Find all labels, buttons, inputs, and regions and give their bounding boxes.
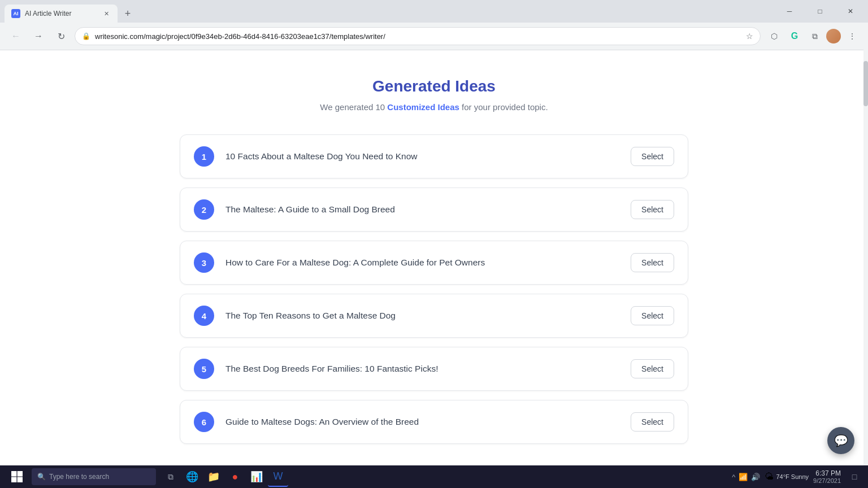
subtitle-highlight: Customized Ideas — [387, 102, 459, 112]
refresh-button[interactable]: ↻ — [52, 27, 70, 45]
word-app[interactable]: W — [268, 467, 288, 487]
select-button[interactable]: Select — [631, 359, 674, 378]
idea-text: 10 Facts About a Maltese Dog You Need to… — [225, 151, 619, 162]
bookmark-icon[interactable]: ☆ — [746, 32, 753, 41]
new-tab-button[interactable]: + — [120, 6, 136, 21]
active-tab[interactable]: AI AI Article Writer ✕ — [5, 5, 118, 23]
toolbar-icons: ⬡ G ⧉ ⋮ — [765, 27, 861, 45]
select-button[interactable]: Select — [631, 200, 674, 219]
chat-icon: 💬 — [834, 434, 848, 447]
weather-icon: 🌤 — [765, 472, 774, 482]
network-icon[interactable]: 📶 — [739, 473, 748, 481]
close-button[interactable]: ✕ — [837, 2, 863, 20]
idea-text: The Best Dog Breeds For Families: 10 Fan… — [225, 364, 619, 374]
taskbar-time[interactable]: 6:37 PM 9/27/2021 — [813, 469, 841, 484]
ideas-container: 110 Facts About a Maltese Dog You Need t… — [180, 134, 688, 444]
url-bar[interactable]: 🔒 writesonic.com/magic/project/0f9e34eb-… — [75, 27, 761, 45]
back-button[interactable]: ← — [7, 27, 25, 45]
idea-number: 6 — [194, 412, 214, 432]
extensions-puzzle-icon[interactable]: ⧉ — [806, 27, 824, 45]
select-button[interactable]: Select — [631, 253, 674, 272]
tray-chevron[interactable]: ^ — [732, 473, 735, 481]
page-content: Generated Ideas We generated 10 Customiz… — [0, 50, 868, 467]
notification-icon[interactable]: □ — [845, 468, 863, 486]
maximize-button[interactable]: □ — [807, 2, 833, 20]
idea-text: The Top Ten Reasons to Get a Maltese Dog — [225, 311, 619, 321]
subtitle-suffix: for your provided topic. — [459, 102, 548, 112]
subtitle-prefix: We generated 10 — [320, 102, 387, 112]
idea-card: 4The Top Ten Reasons to Get a Maltese Do… — [180, 294, 688, 338]
lock-icon: 🔒 — [82, 32, 90, 40]
idea-number: 3 — [194, 252, 214, 273]
tab-favicon: AI — [11, 9, 20, 18]
start-button[interactable] — [5, 468, 29, 486]
profile-avatar[interactable] — [826, 29, 841, 43]
windows-icon — [11, 471, 23, 482]
page-subtitle: We generated 10 Customized Ideas for you… — [11, 102, 857, 112]
scroll-thumb[interactable] — [863, 61, 868, 106]
taskbar-search-placeholder: Type here to search — [49, 473, 109, 481]
tab-close-button[interactable]: ✕ — [102, 9, 111, 18]
scroll-track[interactable] — [863, 50, 868, 465]
idea-card: 110 Facts About a Maltese Dog You Need t… — [180, 134, 688, 178]
page-title: Generated Ideas — [11, 77, 857, 95]
grammarly-icon[interactable]: G — [785, 27, 804, 45]
explorer-app[interactable]: 📁 — [203, 467, 224, 487]
browser-chrome: AI AI Article Writer ✕ + ─ □ ✕ ← → ↻ 🔒 w… — [0, 0, 868, 50]
taskbar-apps: ⧉ 🌐 📁 ● 📊 W — [160, 467, 288, 487]
select-button[interactable]: Select — [631, 412, 674, 432]
idea-card: 3How to Care For a Maltese Dog: A Comple… — [180, 241, 688, 285]
system-tray: ^ 📶 🔊 — [732, 473, 760, 481]
weather-text: 74°F Sunny — [776, 473, 809, 480]
menu-icon[interactable]: ⋮ — [843, 27, 861, 45]
chat-button[interactable]: 💬 — [827, 427, 854, 454]
tab-title: AI Article Writer — [25, 10, 97, 18]
select-button[interactable]: Select — [631, 147, 674, 166]
idea-text: How to Care For a Maltese Dog: A Complet… — [225, 258, 619, 268]
minimize-button[interactable]: ─ — [776, 2, 802, 20]
taskbar: 🔍 Type here to search ⧉ 🌐 📁 ● 📊 W ^ 📶 🔊 … — [0, 465, 868, 488]
idea-card: 2The Maltese: A Guide to a Small Dog Bre… — [180, 188, 688, 232]
extensions-icon[interactable]: ⬡ — [765, 27, 783, 45]
idea-card: 5The Best Dog Breeds For Families: 10 Fa… — [180, 347, 688, 391]
idea-text: Guide to Maltese Dogs: An Overview of th… — [225, 417, 619, 427]
time-text: 6:37 PM — [813, 469, 841, 477]
taskbar-search[interactable]: 🔍 Type here to search — [32, 468, 156, 485]
idea-number: 2 — [194, 199, 214, 220]
idea-number: 4 — [194, 306, 214, 326]
office-app[interactable]: 📊 — [246, 467, 267, 487]
forward-button[interactable]: → — [29, 27, 47, 45]
select-button[interactable]: Select — [631, 306, 674, 325]
url-text: writesonic.com/magic/project/0f9e34eb-2d… — [95, 32, 741, 41]
window-controls: ─ □ ✕ — [776, 2, 863, 25]
date-text: 9/27/2021 — [813, 477, 841, 484]
task-view-button[interactable]: ⧉ — [160, 467, 181, 487]
chrome-app[interactable]: ● — [225, 467, 245, 487]
volume-icon[interactable]: 🔊 — [751, 473, 760, 481]
edge-app[interactable]: 🌐 — [182, 467, 202, 487]
idea-number: 1 — [194, 146, 214, 167]
tab-bar: AI AI Article Writer ✕ + ─ □ ✕ — [0, 0, 868, 23]
idea-card: 6Guide to Maltese Dogs: An Overview of t… — [180, 400, 688, 444]
idea-number: 5 — [194, 359, 214, 379]
weather-status: 🌤 74°F Sunny — [765, 472, 809, 482]
taskbar-right: ^ 📶 🔊 🌤 74°F Sunny 6:37 PM 9/27/2021 □ — [732, 468, 863, 486]
idea-text: The Maltese: A Guide to a Small Dog Bree… — [225, 204, 619, 215]
search-icon: 🔍 — [37, 473, 46, 481]
address-bar: ← → ↻ 🔒 writesonic.com/magic/project/0f9… — [0, 23, 868, 50]
